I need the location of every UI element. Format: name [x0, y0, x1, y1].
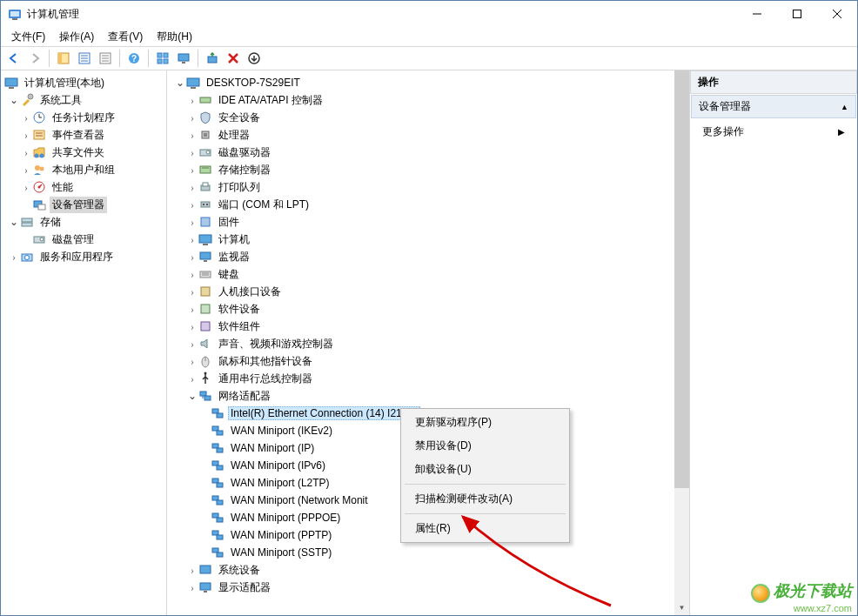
ctx-properties[interactable]: 属性(R)	[403, 517, 567, 540]
svg-rect-25	[208, 57, 217, 63]
chevron-right-icon[interactable]: ›	[20, 146, 32, 159]
device-mouse[interactable]: ›鼠标和其他指针设备	[167, 352, 674, 370]
scan-hardware-button[interactable]	[203, 49, 222, 68]
tree-storage[interactable]: ⌄ 存储	[1, 213, 166, 231]
device-cpu[interactable]: ›处理器	[167, 126, 674, 144]
chevron-right-icon[interactable]: ›	[186, 564, 198, 577]
chevron-right-icon[interactable]: ›	[186, 251, 198, 264]
device-sound[interactable]: ›声音、视频和游戏控制器	[167, 335, 674, 352]
chevron-down-icon[interactable]: ⌄	[8, 216, 20, 229]
chevron-down-icon[interactable]: ⌄	[186, 390, 198, 403]
tree-shared-folders[interactable]: › 共享文件夹	[1, 144, 166, 161]
maximize-button[interactable]	[777, 1, 817, 27]
monitor-button[interactable]	[174, 49, 193, 68]
ctx-scan-hardware[interactable]: 扫描检测硬件改动(A)	[403, 487, 567, 511]
tree-root[interactable]: 计算机管理(本地)	[1, 74, 166, 91]
device-security[interactable]: ›安全设备	[167, 109, 674, 126]
device-network[interactable]: ⌄网络适配器	[167, 387, 674, 405]
properties-button[interactable]	[75, 49, 94, 68]
tree-disk-mgmt[interactable]: 磁盘管理	[1, 231, 166, 248]
menu-view[interactable]: 查看(V)	[101, 28, 150, 46]
device-storage-ctrl[interactable]: ›存储控制器	[167, 161, 674, 178]
back-button[interactable]	[4, 49, 23, 68]
svg-rect-1	[10, 11, 19, 17]
grid-button[interactable]	[153, 49, 172, 68]
tree-event-viewer[interactable]: › 事件查看器	[1, 126, 166, 144]
chevron-right-icon[interactable]: ›	[186, 216, 198, 229]
chevron-right-icon[interactable]: ›	[186, 164, 198, 177]
tree-services-apps[interactable]: › 服务和应用程序	[1, 248, 166, 265]
menu-action[interactable]: 操作(A)	[52, 28, 101, 46]
uninstall-button[interactable]	[224, 49, 243, 68]
tree-performance[interactable]: › 性能	[1, 178, 166, 196]
device-print[interactable]: ›打印队列	[167, 178, 674, 196]
chevron-right-icon[interactable]: ›	[186, 581, 198, 594]
scroll-down-arrow[interactable]: ▼	[674, 600, 689, 615]
device-soft-dev[interactable]: ›软件设备	[167, 300, 674, 318]
network-adapter-icon	[211, 441, 225, 455]
chevron-right-icon[interactable]: ›	[186, 146, 198, 159]
window-buttons	[737, 1, 857, 27]
context-menu: 更新驱动程序(P) 禁用设备(D) 卸载设备(U) 扫描检测硬件改动(A) 属性…	[400, 408, 570, 543]
close-button[interactable]	[817, 1, 857, 27]
chevron-right-icon[interactable]: ›	[186, 355, 198, 368]
device-disk[interactable]: ›磁盘驱动器	[167, 144, 674, 161]
scrollbar-thumb[interactable]	[674, 70, 689, 488]
chevron-right-icon[interactable]: ›	[186, 181, 198, 194]
help-button[interactable]: ?	[124, 49, 144, 68]
chevron-right-icon[interactable]: ›	[186, 94, 198, 107]
tree-local-users[interactable]: › 本地用户和组	[1, 161, 166, 178]
actions-more[interactable]: 更多操作 ▶	[690, 119, 857, 144]
device-host[interactable]: ⌄DESKTOP-7S29EIT	[167, 74, 674, 91]
device-display[interactable]: ›显示适配器	[167, 579, 674, 596]
chevron-right-icon[interactable]: ›	[20, 181, 32, 194]
chevron-right-icon[interactable]: ›	[186, 338, 198, 351]
ctx-update-driver[interactable]: 更新驱动程序(P)	[403, 411, 567, 434]
device-soft-comp[interactable]: ›软件组件	[167, 318, 674, 335]
chevron-right-icon[interactable]: ›	[8, 251, 20, 264]
vertical-scrollbar[interactable]: ▲ ▼	[674, 70, 689, 615]
chevron-down-icon[interactable]: ⌄	[174, 77, 186, 90]
tree-system-tools[interactable]: ⌄ 系统工具	[1, 91, 166, 109]
minimize-button[interactable]	[737, 1, 777, 27]
ctx-uninstall-device[interactable]: 卸载设备(U)	[403, 458, 567, 481]
ctx-separator	[405, 513, 566, 514]
device-computer[interactable]: ›计算机	[167, 231, 674, 248]
forward-button[interactable]	[25, 49, 44, 68]
chevron-right-icon[interactable]: ›	[20, 111, 32, 124]
chevron-right-icon[interactable]: ›	[186, 285, 198, 298]
console-tree[interactable]: 计算机管理(本地) ⌄ 系统工具 › 任务计划程序 › 事件查看器 › 共享文件…	[1, 70, 167, 615]
device-system[interactable]: ›系统设备	[167, 561, 674, 579]
show-hide-tree-button[interactable]	[54, 49, 73, 68]
device-usb[interactable]: ›通用串行总线控制器	[167, 370, 674, 387]
device-keyboard[interactable]: ›键盘	[167, 265, 674, 283]
chevron-right-icon[interactable]: ›	[186, 372, 198, 385]
svg-point-64	[203, 204, 204, 205]
device-ide[interactable]: ›IDE ATA/ATAPI 控制器	[167, 91, 674, 109]
device-wan-sstp[interactable]: WAN Miniport (SSTP)	[167, 544, 674, 561]
chevron-right-icon[interactable]: ›	[186, 233, 198, 246]
device-hid[interactable]: ›人机接口设备	[167, 283, 674, 300]
device-ports[interactable]: ›端口 (COM 和 LPT)	[167, 196, 674, 213]
list-button[interactable]	[96, 49, 115, 68]
chevron-right-icon[interactable]: ›	[186, 320, 198, 333]
chevron-right-icon[interactable]: ›	[186, 111, 198, 124]
chevron-right-icon[interactable]: ›	[186, 198, 198, 211]
chevron-right-icon[interactable]: ›	[20, 164, 32, 177]
tree-task-scheduler[interactable]: › 任务计划程序	[1, 109, 166, 126]
chevron-right-icon[interactable]: ›	[20, 129, 32, 142]
svg-point-40	[35, 165, 40, 171]
chevron-down-icon[interactable]: ⌄	[8, 94, 20, 107]
chevron-right-icon[interactable]: ›	[186, 303, 198, 316]
tree-device-manager[interactable]: 设备管理器	[1, 196, 166, 213]
window-title: 计算机管理	[27, 7, 737, 22]
update-driver-button[interactable]	[245, 49, 264, 68]
chevron-right-icon[interactable]: ›	[186, 129, 198, 142]
device-monitor[interactable]: ›监视器	[167, 248, 674, 265]
menu-file[interactable]: 文件(F)	[4, 28, 52, 46]
device-firmware[interactable]: ›固件	[167, 213, 674, 231]
chevron-right-icon[interactable]: ›	[186, 268, 198, 281]
menu-help[interactable]: 帮助(H)	[150, 28, 199, 46]
actions-section[interactable]: 设备管理器 ▲	[691, 95, 856, 118]
ctx-disable-device[interactable]: 禁用设备(D)	[403, 434, 567, 458]
